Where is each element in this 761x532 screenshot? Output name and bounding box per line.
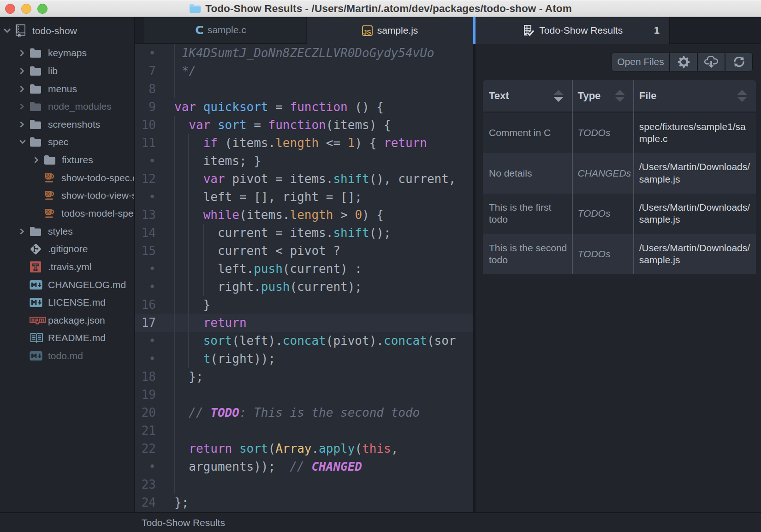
refresh-button[interactable]: [725, 53, 752, 71]
todo-cell-text: This is the second todo: [483, 234, 572, 274]
c-file-icon: C: [195, 24, 203, 37]
tree-item-file-license-md[interactable]: LICENSE.md: [0, 294, 134, 312]
chevron-right-icon[interactable]: [19, 48, 24, 58]
code-token: sort: [239, 442, 268, 455]
tree-item-folder-screenshots[interactable]: screenshots: [0, 115, 134, 133]
chevron-down-icon[interactable]: [4, 25, 11, 36]
open-files-label: Open Files: [617, 56, 664, 67]
todo-type: TODOs: [578, 127, 611, 139]
tree-item-folder-fixtures[interactable]: fixtures: [0, 151, 134, 169]
tree-item-file-readme-md[interactable]: README.md: [0, 329, 134, 347]
todo-row[interactable]: Comment in CTODOsspec/fixtures/sample1/s…: [483, 112, 756, 153]
tree-item-file-changelog-md[interactable]: CHANGELOG.md: [0, 276, 134, 294]
tree-item-label: package.json: [48, 315, 105, 326]
todo-row[interactable]: No detailsCHANGEDs/Users/Martin/Download…: [483, 153, 756, 194]
tree-item-label: todo-show: [32, 25, 77, 36]
tree-item-file-show-todo-view-spec-coffee[interactable]: show-todo-view-spec.coffee: [0, 187, 134, 205]
column-separator: [572, 80, 573, 275]
chevron-right-icon[interactable]: [19, 101, 24, 112]
tab-sample-c[interactable]: C sample.c: [144, 17, 306, 43]
code-token: (: [355, 442, 362, 455]
chevron-down-icon[interactable]: [19, 137, 26, 147]
line-number: 21: [142, 424, 156, 437]
tree-item-label: show-todo-view-spec.coffee: [61, 190, 134, 201]
tree-item-file--travis-yml[interactable]: .travis.yml: [0, 258, 134, 276]
tree-item-file-show-todo-spec-coffee[interactable]: show-todo-spec.coffee: [0, 169, 134, 187]
folder-icon: [30, 226, 42, 236]
tree-item-folder-keymaps[interactable]: keymaps: [0, 44, 134, 62]
line-number: 23: [142, 478, 156, 491]
status-bar-todo-label[interactable]: Todo-Show Results: [142, 517, 225, 528]
tree-item-file-todos-model-spec-coffee[interactable]: todos-model-spec.coffee: [0, 205, 134, 223]
todo-file: /Users/Martin/Downloads/sample.js: [639, 242, 750, 266]
chevron-right-icon[interactable]: [19, 226, 24, 236]
todo-row[interactable]: This is the second todoTODOs/Users/Marti…: [483, 234, 756, 274]
code-token: };: [174, 496, 189, 509]
code-token: //: [189, 406, 210, 420]
code-token: }: [174, 298, 210, 312]
table-body: Comment in CTODOsspec/fixtures/sample1/s…: [483, 112, 756, 274]
code-token: if: [203, 136, 218, 150]
todo-toolbar: Open Files: [612, 53, 753, 71]
code-token: function: [268, 118, 326, 132]
tree-item-label: CHANGELOG.md: [48, 279, 126, 290]
tree-item-folder-spec[interactable]: spec: [0, 133, 134, 151]
code-token: function: [290, 100, 347, 114]
code-token: items; }: [174, 154, 261, 168]
code-token: [232, 442, 239, 455]
tree-item-label: LICENSE.md: [48, 297, 106, 308]
tree-item-folder-styles[interactable]: styles: [0, 222, 134, 240]
todo-file: /Users/Martin/Downloads/sample.js: [639, 201, 750, 226]
code-token: ) {: [362, 208, 384, 222]
tree-item-label: fixtures: [62, 154, 93, 166]
tree-item-label: show-todo-spec.coffee: [61, 172, 134, 183]
tree-item-folder-todo-show[interactable]: todo-show: [0, 22, 134, 40]
column-header-type[interactable]: Type: [572, 80, 633, 112]
code-token: (items.: [218, 136, 275, 150]
markdown-icon: [30, 351, 42, 361]
code-token: concat: [384, 334, 427, 348]
chevron-right-icon[interactable]: [19, 119, 24, 130]
markdown-icon: [30, 298, 42, 307]
tree-item-folder-menus[interactable]: menus: [0, 80, 134, 98]
tab-sample-js[interactable]: JS sample.js: [306, 17, 473, 44]
code-token: current < pivot ?: [174, 244, 340, 258]
code-token: this: [362, 442, 391, 455]
tree-item-folder-lib[interactable]: lib: [0, 62, 134, 80]
column-header-file[interactable]: File: [633, 80, 756, 112]
code-line: left.push(current) :: [174, 262, 362, 276]
chevron-right-icon[interactable]: [34, 155, 39, 165]
todo-cell-type: TODOs: [572, 112, 633, 153]
todo-row[interactable]: This is the first todoTODOs/Users/Martin…: [483, 194, 756, 234]
line-number: 15: [142, 244, 156, 258]
todo-text: Comment in C: [489, 127, 551, 139]
folder-icon: [44, 155, 56, 165]
line-number: •: [149, 334, 156, 348]
export-button[interactable]: [697, 53, 725, 71]
code-token: (current);: [290, 280, 362, 294]
tree-item-label: README.md: [48, 332, 106, 343]
tree-item-folder-node-modules[interactable]: node_modules: [0, 98, 134, 116]
tree-item-file--gitignore[interactable]: .gitignore: [0, 240, 134, 258]
code-line: while(items.length > 0) {: [174, 208, 384, 222]
column-label: File: [639, 90, 657, 102]
column-separator: [633, 80, 634, 275]
code-token: return: [384, 136, 427, 150]
line-number: 20: [142, 406, 156, 420]
todo-text: This is the second todo: [489, 242, 567, 266]
settings-button[interactable]: [669, 53, 697, 71]
tab-todo-show-results[interactable]: Todo-Show Results 1: [476, 17, 671, 44]
tab-title: sample.js: [377, 25, 418, 36]
column-header-text[interactable]: Text: [483, 80, 572, 112]
code-token: */: [174, 64, 196, 78]
line-number: •: [149, 190, 156, 204]
tree-item-file-todo-md[interactable]: todo.md: [0, 347, 134, 365]
code-editor[interactable]: • 7 8 9 10 11 • 12 • 13 14 15 • • 16 17 …: [135, 44, 473, 513]
chevron-right-icon[interactable]: [19, 66, 24, 76]
folder-proxy-icon: [189, 4, 201, 13]
chevron-right-icon[interactable]: [19, 84, 24, 94]
tree-item-file-package-json[interactable]: package.json: [0, 312, 134, 330]
open-files-button[interactable]: Open Files: [612, 53, 669, 71]
line-number: •: [149, 460, 156, 473]
todo-cell-text: No details: [483, 153, 572, 194]
